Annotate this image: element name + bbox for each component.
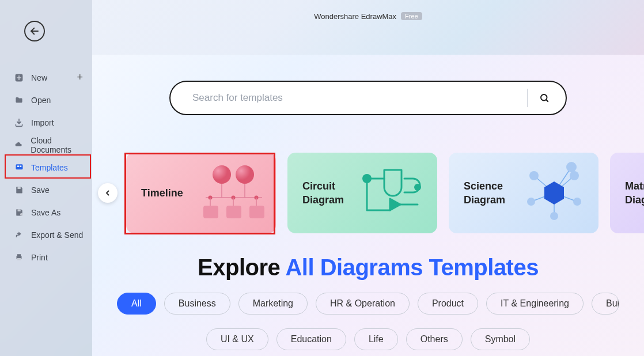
search-bar[interactable]: [169, 81, 567, 115]
search-divider: [527, 89, 528, 107]
save-icon: [14, 185, 24, 195]
svg-point-15: [213, 165, 231, 184]
svg-rect-27: [226, 206, 241, 218]
sidebar-item-import[interactable]: Import: [0, 111, 92, 134]
sidebar-item-label: Save As: [31, 208, 60, 217]
sidebar: New + Open Import Cloud Documents Temp: [0, 0, 92, 356]
print-icon: [14, 252, 24, 263]
template-card-timeline[interactable]: Timeline: [126, 153, 276, 233]
svg-rect-5: [17, 166, 19, 167]
template-cards-row: Timeline Circuit Diagram: [126, 153, 644, 233]
plus-square-icon: [14, 73, 24, 83]
svg-line-14: [546, 100, 548, 102]
card-title: Matri Diagr: [625, 179, 644, 207]
template-card-matrix[interactable]: Matri Diagr: [610, 153, 644, 233]
timeline-graphic-icon: [194, 158, 269, 228]
chip-symbol[interactable]: Symbol: [471, 328, 530, 350]
chip-hr-operation[interactable]: HR & Operation: [316, 293, 410, 315]
carousel-prev-button[interactable]: [98, 183, 118, 203]
svg-point-9: [20, 213, 23, 216]
template-icon: [14, 162, 24, 173]
svg-point-30: [414, 184, 421, 191]
heading-prefix: Explore: [198, 255, 285, 280]
sidebar-item-cloud[interactable]: Cloud Documents: [0, 134, 92, 156]
sidebar-item-save[interactable]: Save: [0, 179, 92, 201]
sidebar-item-open[interactable]: Open: [0, 89, 92, 111]
circuit-graphic-icon: [355, 158, 430, 228]
card-title: Science Diagram: [464, 179, 527, 207]
sidebar-item-print[interactable]: Print: [0, 246, 92, 268]
chip-business[interactable]: Business: [164, 293, 230, 315]
template-card-circuit[interactable]: Circuit Diagram: [287, 153, 437, 233]
chip-education[interactable]: Education: [276, 328, 346, 350]
category-chips: All Business Marketing HR & Operation Pr…: [92, 293, 644, 350]
svg-rect-26: [203, 206, 218, 218]
plus-icon[interactable]: +: [77, 71, 83, 84]
svg-point-40: [527, 198, 535, 206]
top-bar: Wondershare EdrawMax Free: [92, 0, 644, 32]
chip-ui-ux[interactable]: UI & UX: [206, 328, 268, 350]
search-input[interactable]: [192, 92, 520, 104]
sidebar-item-new[interactable]: New +: [0, 66, 92, 89]
svg-point-41: [573, 198, 581, 206]
svg-point-16: [236, 165, 254, 184]
app-title: Wondershare EdrawMax: [314, 12, 396, 21]
sidebar-item-templates[interactable]: Templates: [0, 156, 92, 179]
main-content: Timeline Circuit Diagram: [92, 55, 644, 356]
card-title: Timeline: [141, 186, 183, 200]
back-button[interactable]: [24, 21, 45, 41]
export-icon: [14, 230, 24, 240]
chip-others[interactable]: Others: [406, 328, 463, 350]
svg-rect-6: [20, 166, 21, 167]
chip-building[interactable]: Buil: [592, 293, 619, 315]
free-badge: Free: [401, 12, 422, 20]
chip-all[interactable]: All: [117, 293, 156, 315]
svg-rect-3: [17, 77, 21, 78]
svg-rect-8: [17, 209, 20, 211]
chip-life[interactable]: Life: [354, 328, 398, 350]
svg-marker-37: [544, 181, 564, 204]
sidebar-item-label: Save: [31, 185, 50, 195]
sidebar-item-label: Templates: [31, 163, 68, 172]
svg-point-43: [566, 162, 577, 172]
chip-marketing[interactable]: Marketing: [238, 293, 308, 315]
sidebar-item-label: Cloud Documents: [31, 136, 92, 154]
sidebar-item-label: Print: [31, 253, 48, 262]
card-title: Circuit Diagram: [302, 179, 366, 207]
sidebar-item-label: Open: [31, 96, 51, 105]
sidebar-item-save-as[interactable]: Save As: [0, 201, 92, 224]
svg-point-39: [570, 171, 579, 180]
save-as-icon: [14, 207, 24, 218]
svg-rect-12: [17, 258, 21, 260]
sidebar-item-label: New: [31, 73, 47, 82]
svg-rect-28: [249, 206, 264, 218]
import-icon: [14, 118, 24, 128]
search-icon[interactable]: [539, 93, 550, 103]
svg-point-42: [550, 212, 558, 220]
arrow-left-icon: [29, 26, 40, 36]
chip-product[interactable]: Product: [418, 293, 478, 315]
sidebar-menu: New + Open Import Cloud Documents Temp: [0, 66, 92, 268]
chip-it-engineering[interactable]: IT & Engineering: [486, 293, 584, 315]
svg-point-13: [541, 94, 547, 101]
svg-point-38: [529, 171, 539, 180]
science-graphic-icon: [517, 158, 592, 228]
sidebar-item-export[interactable]: Export & Send: [0, 224, 92, 246]
template-card-science[interactable]: Science Diagram: [449, 153, 598, 233]
sidebar-item-label: Import: [31, 118, 54, 127]
sidebar-item-label: Export & Send: [31, 230, 83, 240]
explore-heading: Explore All Diagrams Templates: [92, 255, 644, 281]
folder-icon: [14, 95, 24, 105]
cloud-icon: [14, 140, 24, 150]
heading-highlight: All Diagrams Templates: [285, 255, 539, 280]
svg-rect-7: [17, 187, 20, 189]
chevron-left-icon: [105, 190, 111, 196]
svg-rect-11: [17, 254, 21, 256]
